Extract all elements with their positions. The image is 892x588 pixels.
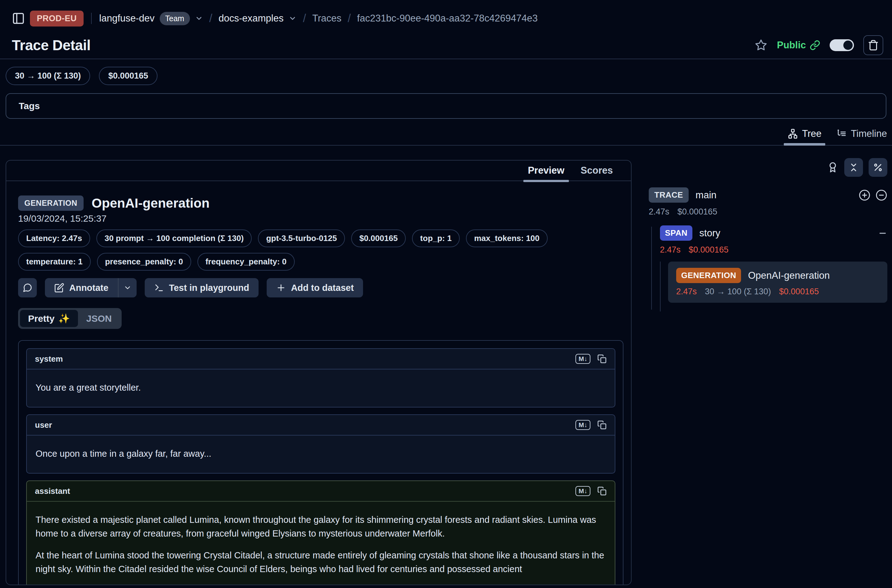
- cost-badge[interactable]: $0.000165: [351, 230, 406, 247]
- add-to-dataset-button[interactable]: Add to dataset: [267, 278, 363, 297]
- tab-timeline[interactable]: Timeline: [836, 128, 887, 140]
- tab-timeline-label: Timeline: [851, 128, 887, 140]
- breadcrumb: PROD-EU langfuse-dev Team / docs-example…: [12, 8, 883, 28]
- span-latency: 2.47s: [660, 245, 680, 255]
- top-bar: PROD-EU langfuse-dev Team / docs-example…: [0, 0, 892, 58]
- span-node[interactable]: SPAN story: [660, 225, 887, 241]
- org-plan-badge: Team: [160, 12, 190, 25]
- generation-metrics: 2.47s 30 → 100 (Σ 130) $0.000165: [676, 287, 879, 297]
- breadcrumb-section[interactable]: Traces: [312, 13, 341, 24]
- timeline-icon: [836, 129, 847, 139]
- chevrons-collapse-icon: [848, 162, 859, 172]
- terminal-icon: [154, 283, 164, 293]
- tags-container[interactable]: Tags: [6, 93, 886, 119]
- delete-trace-button[interactable]: [863, 35, 883, 55]
- breadcrumb-project[interactable]: docs-examples: [219, 13, 284, 24]
- breadcrumb-separator: /: [347, 12, 352, 25]
- token-usage-badge[interactable]: 30 → 100 (Σ 130): [6, 67, 90, 85]
- observation-preview-card: Preview Scores GENERATION OpenAI-generat…: [6, 160, 632, 585]
- top-p-badge[interactable]: top_p: 1: [412, 230, 460, 247]
- max-tokens-badge[interactable]: max_tokens: 100: [466, 230, 548, 247]
- sidebar-toggle-button[interactable]: [12, 12, 25, 25]
- tab-tree-label: Tree: [802, 128, 821, 140]
- edit-icon: [54, 283, 64, 293]
- messages-container: system M↓ You are a great storyteller.: [18, 340, 623, 585]
- user-message-card: user M↓ Once upon a time in a galaxy far…: [26, 414, 615, 474]
- sparkles-icon: ✨: [58, 313, 70, 324]
- active-tab-indicator: [523, 180, 569, 182]
- token-badge[interactable]: 30 prompt → 100 completion (Σ 130): [96, 230, 252, 247]
- public-link[interactable]: Public: [777, 40, 820, 51]
- copy-icon[interactable]: [597, 420, 607, 430]
- model-badge[interactable]: gpt-3.5-turbo-0125: [258, 230, 345, 247]
- message-content: Once upon a time in a galaxy far, far aw…: [27, 435, 615, 473]
- generation-tokens: 30 → 100 (Σ 130): [705, 287, 771, 297]
- show-metrics-button[interactable]: [869, 158, 887, 177]
- collapse-all-circle-icon[interactable]: [875, 189, 887, 201]
- pretty-label: Pretty: [28, 314, 55, 324]
- breadcrumb-org[interactable]: langfuse-dev: [99, 13, 155, 24]
- trace-node[interactable]: TRACE main: [649, 188, 887, 202]
- collapse-all-button[interactable]: [844, 158, 863, 177]
- copy-icon[interactable]: [597, 354, 607, 363]
- parameter-badges: Latency: 2.47s 30 prompt → 100 completio…: [18, 230, 623, 271]
- trace-cost: $0.000165: [677, 207, 717, 217]
- comment-icon: [23, 283, 32, 293]
- tab-preview-label: Preview: [528, 165, 564, 176]
- frequency-penalty-badge[interactable]: frequency_penalty: 0: [197, 253, 295, 271]
- test-in-playground-button[interactable]: Test in playground: [145, 278, 258, 297]
- assistant-paragraph: At the heart of Lumina stood the towerin…: [36, 548, 606, 576]
- markdown-toggle-button[interactable]: M↓: [575, 354, 590, 364]
- generation-cost: $0.000165: [779, 287, 819, 297]
- breadcrumb-trace-id: fac231bc-90ee-490a-aa32-78c4269474e3: [357, 13, 538, 24]
- star-icon[interactable]: [754, 39, 767, 52]
- copy-icon[interactable]: [597, 486, 607, 496]
- annotate-button[interactable]: Annotate: [45, 278, 118, 297]
- add-to-dataset-label: Add to dataset: [291, 283, 354, 293]
- trace-tree-panel: TRACE main 2.47s $0.000165: [638, 160, 892, 585]
- cost-badge[interactable]: $0.000165: [99, 67, 158, 85]
- chevron-down-icon[interactable]: [288, 14, 297, 22]
- pretty-segment[interactable]: Pretty ✨: [20, 310, 78, 327]
- trace-detail-page: PROD-EU langfuse-dev Team / docs-example…: [0, 0, 892, 588]
- tab-scores[interactable]: Scores: [581, 165, 613, 176]
- json-segment[interactable]: JSON: [78, 310, 120, 327]
- link-icon: [809, 40, 820, 51]
- generation-node-selected[interactable]: GENERATION OpenAI-generation 2.47s 30 → …: [668, 262, 887, 303]
- page-title: Trace Detail: [12, 37, 90, 54]
- markdown-toggle-button[interactable]: M↓: [575, 486, 590, 496]
- markdown-toggle-button[interactable]: M↓: [575, 420, 590, 430]
- system-message-card: system M↓ You are a great storyteller.: [26, 348, 615, 408]
- latency-badge[interactable]: Latency: 2.47s: [18, 230, 90, 247]
- chevron-down-icon[interactable]: [195, 14, 203, 22]
- environment-badge: PROD-EU: [30, 10, 84, 27]
- active-tab-indicator: [784, 143, 825, 146]
- panel-left-icon: [12, 12, 25, 25]
- toggle-knob: [843, 40, 853, 50]
- tags-label: Tags: [19, 101, 40, 111]
- span-type-badge: SPAN: [660, 225, 692, 241]
- annotate-dropdown-button[interactable]: [119, 278, 137, 297]
- public-toggle[interactable]: [830, 39, 854, 51]
- span-metrics: 2.47s $0.000165: [660, 245, 887, 255]
- presence-penalty-badge[interactable]: presence_penalty: 0: [97, 253, 191, 271]
- generation-latency: 2.47s: [676, 287, 697, 297]
- collapse-node-icon[interactable]: [878, 228, 887, 238]
- tab-preview[interactable]: Preview: [528, 165, 564, 176]
- tab-tree[interactable]: Tree: [787, 128, 821, 140]
- observation-type-badge: GENERATION: [18, 195, 84, 211]
- expand-all-icon[interactable]: [859, 189, 871, 201]
- percent-icon: [873, 162, 883, 172]
- assistant-paragraph: There existed a majestic planet called L…: [36, 513, 606, 540]
- tab-scores-label: Scores: [581, 165, 613, 176]
- award-icon[interactable]: [827, 162, 839, 173]
- comment-button[interactable]: [18, 278, 37, 297]
- plus-icon: [276, 283, 286, 293]
- breadcrumb-separator: /: [302, 12, 307, 25]
- breadcrumb-separator: /: [208, 12, 214, 25]
- temperature-badge[interactable]: temperature: 1: [18, 253, 91, 271]
- format-toggle: Pretty ✨ JSON: [18, 308, 122, 329]
- observation-title: OpenAI-generation: [92, 196, 210, 211]
- panel-tabs: Preview Scores: [6, 160, 631, 181]
- trace-latency: 2.47s: [649, 207, 669, 217]
